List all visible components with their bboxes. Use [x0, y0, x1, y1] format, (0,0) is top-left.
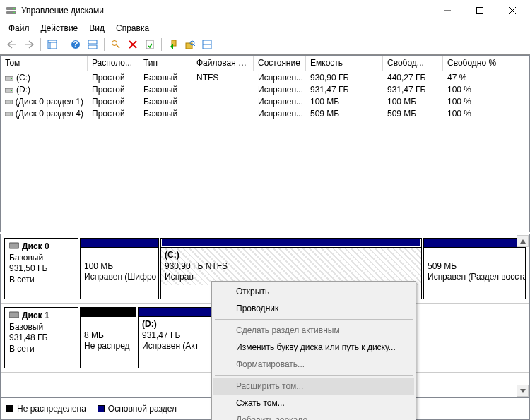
- partition-d1-unalloc[interactable]: 8 МБНе распред: [80, 307, 136, 368]
- refresh-button[interactable]: [165, 37, 181, 52]
- svg-rect-36: [9, 312, 19, 318]
- title-bar: Управление дисками: [0, 0, 530, 21]
- ctx-format: Форматировать...: [213, 356, 414, 373]
- svg-rect-35: [9, 243, 19, 248]
- col-type[interactable]: Тип: [139, 56, 192, 71]
- window-title: Управление дисками: [21, 6, 431, 16]
- ctx-extend-volume: Расширить том...: [213, 378, 414, 395]
- toolbar: ?: [0, 35, 530, 55]
- table-row[interactable]: (Диск 0 раздел 1) Простой Базовый Исправ…: [1, 95, 529, 107]
- col-status[interactable]: Состояние: [254, 56, 306, 71]
- svg-rect-22: [186, 43, 192, 49]
- svg-point-32: [10, 102, 11, 103]
- scroll-down-button[interactable]: [517, 385, 529, 397]
- back-button[interactable]: [4, 37, 20, 52]
- col-filesystem[interactable]: Файловая с...: [192, 56, 254, 71]
- menu-file[interactable]: Файл: [3, 22, 35, 35]
- table-row[interactable]: (C:) Простой Базовый NTFS Исправен... 93…: [1, 71, 529, 83]
- svg-point-28: [11, 78, 12, 79]
- disk-header-1[interactable]: Диск 1 Базовый 931,48 ГБ В сети: [4, 307, 78, 368]
- ctx-make-active: Сделать раздел активным: [213, 322, 414, 339]
- drive-icon: [5, 86, 13, 93]
- table-row[interactable]: (D:) Простой Базовый Исправен... 931,47 …: [1, 83, 529, 95]
- svg-line-24: [194, 44, 195, 46]
- menu-action[interactable]: Действие: [35, 22, 84, 35]
- svg-rect-27: [5, 76, 13, 80]
- legend-swatch-primary: [98, 405, 105, 412]
- col-free-pct[interactable]: Свободно %: [443, 56, 510, 71]
- maximize-button[interactable]: [464, 0, 496, 21]
- partition-d0-p1[interactable]: 100 МБИсправен (Шифро: [80, 238, 159, 299]
- view-list-button[interactable]: [45, 37, 60, 52]
- svg-point-2: [13, 8, 15, 9]
- table-header: Том Располо... Тип Файловая с... Состоян…: [1, 56, 529, 71]
- disk-icon: [9, 311, 19, 322]
- drive-icon: [5, 98, 13, 105]
- svg-rect-29: [5, 88, 13, 92]
- svg-point-15: [112, 41, 117, 46]
- partition-d1-p2[interactable]: (D:)931,47 ГБИсправен (Акт: [138, 307, 212, 368]
- disk-icon: [9, 241, 19, 253]
- delete-button[interactable]: [125, 37, 141, 52]
- svg-point-34: [10, 114, 11, 115]
- settings-button[interactable]: [199, 37, 215, 52]
- ctx-explorer[interactable]: Проводник: [213, 300, 414, 317]
- svg-point-30: [11, 90, 12, 91]
- ctx-open[interactable]: Открыть: [213, 283, 414, 300]
- svg-rect-14: [88, 45, 97, 49]
- properties-button[interactable]: [142, 37, 158, 52]
- svg-text:?: ?: [73, 40, 78, 49]
- app-icon: [6, 5, 17, 16]
- legend-swatch-unallocated: [6, 405, 13, 412]
- minimize-button[interactable]: [431, 0, 464, 21]
- disk-header-0[interactable]: Диск 0 Базовый 931,50 ГБ В сети: [4, 238, 78, 299]
- volume-table: Том Располо... Тип Файловая с... Состоян…: [0, 55, 530, 232]
- table-row[interactable]: (Диск 0 раздел 4) Простой Базовый Исправ…: [1, 107, 529, 119]
- help-button[interactable]: ?: [68, 37, 83, 52]
- context-menu: Открыть Проводник Сделать раздел активны…: [211, 281, 416, 420]
- menu-bar: Файл Действие Вид Справка: [0, 21, 530, 35]
- forward-button[interactable]: [21, 37, 37, 52]
- scroll-up-button[interactable]: [517, 235, 529, 247]
- menu-help[interactable]: Справка: [110, 22, 155, 35]
- partition-d0-p3[interactable]: 509 МБИсправен (Раздел восстан: [423, 238, 526, 299]
- view-graphic-button[interactable]: [85, 37, 100, 52]
- col-free[interactable]: Свобод...: [383, 56, 443, 71]
- svg-line-16: [117, 45, 119, 48]
- svg-rect-33: [5, 112, 13, 116]
- rescan-button[interactable]: [182, 37, 198, 52]
- svg-point-3: [13, 12, 15, 13]
- drive-icon: [5, 74, 13, 81]
- ctx-shrink-volume[interactable]: Сжать том...: [213, 395, 414, 412]
- table-body: (C:) Простой Базовый NTFS Исправен... 93…: [1, 71, 529, 119]
- drive-icon: [5, 110, 13, 117]
- menu-view[interactable]: Вид: [83, 22, 110, 35]
- svg-rect-5: [477, 8, 483, 14]
- col-volume[interactable]: Том: [1, 56, 88, 71]
- svg-rect-8: [48, 40, 57, 49]
- col-capacity[interactable]: Емкость: [306, 56, 383, 71]
- svg-rect-13: [88, 40, 97, 44]
- ctx-change-letter[interactable]: Изменить букву диска или путь к диску...: [213, 339, 414, 356]
- ctx-add-mirror: Добавить зеркало...: [213, 412, 414, 420]
- col-layout[interactable]: Располо...: [88, 56, 139, 71]
- close-button[interactable]: [496, 0, 529, 21]
- svg-rect-31: [5, 100, 13, 104]
- find-button[interactable]: [108, 37, 124, 52]
